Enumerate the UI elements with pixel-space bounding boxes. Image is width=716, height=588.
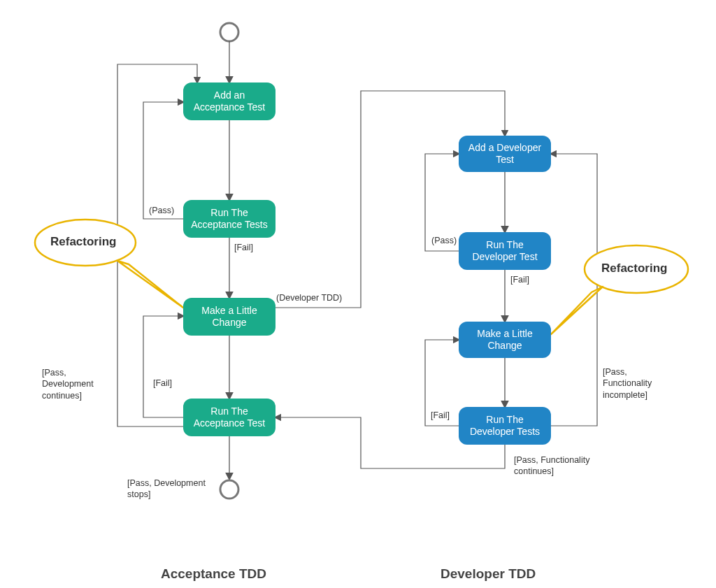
label-left-pass-continues: [Pass, Development continues] bbox=[42, 367, 94, 401]
label-left-fail-after-run: [Fail] bbox=[234, 242, 253, 253]
node-run-developer-tests: Run The Developer Tests bbox=[459, 407, 551, 445]
svg-point-6 bbox=[220, 480, 238, 499]
label-right-fail-after-change: [Fail] bbox=[431, 410, 450, 421]
label-right-pass-continues: [Pass, Functionality continues] bbox=[514, 454, 589, 478]
node-run-acceptance-test: Run The Acceptance Test bbox=[183, 399, 275, 436]
node-make-change-right: Make a Little Change bbox=[459, 322, 551, 358]
callout-refactoring-right: Refactoring bbox=[601, 261, 667, 275]
title-acceptance-tdd: Acceptance TDD bbox=[161, 566, 266, 582]
label-right-fail-after-run: [Fail] bbox=[510, 274, 529, 285]
node-run-acceptance-tests: Run The Acceptance Tests bbox=[183, 200, 275, 238]
label-right-pass-loop: (Pass) bbox=[431, 235, 457, 246]
label-right-pass-incomplete: [Pass, Functionality incomplete] bbox=[603, 366, 652, 401]
node-add-acceptance-test: Add an Acceptance Test bbox=[183, 83, 275, 120]
diagram-canvas: { "left": { "title": "Acceptance TDD", "… bbox=[0, 0, 716, 588]
label-left-fail-after-change: [Fail] bbox=[153, 378, 172, 389]
node-run-developer-test: Run The Developer Test bbox=[459, 232, 551, 270]
node-make-change-left: Make a Little Change bbox=[183, 298, 275, 336]
node-add-developer-test: Add a Developer Test bbox=[459, 136, 551, 172]
callout-refactoring-left: Refactoring bbox=[50, 235, 116, 249]
label-left-pass-loop: (Pass) bbox=[149, 205, 174, 216]
label-left-developer-tdd: (Developer TDD) bbox=[276, 292, 342, 303]
title-developer-tdd: Developer TDD bbox=[441, 566, 536, 582]
label-left-pass-stops: [Pass, Development stops] bbox=[127, 478, 206, 501]
svg-point-0 bbox=[220, 23, 238, 41]
